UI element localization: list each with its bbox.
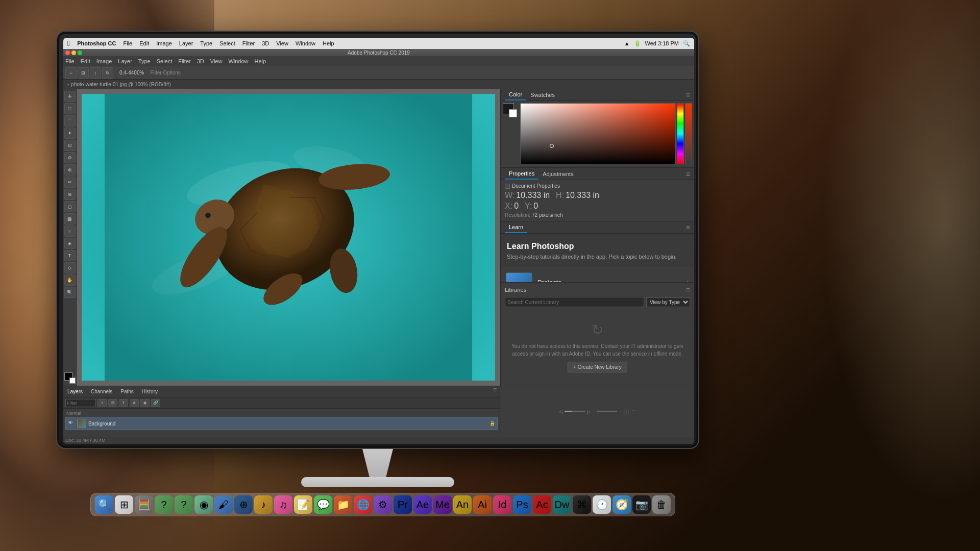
dock-browser[interactable]: 🌐 bbox=[354, 495, 372, 514]
layers-link-btn[interactable]: 🔗 bbox=[151, 399, 160, 407]
menubar-file[interactable]: File bbox=[124, 40, 133, 46]
ps-menu-type[interactable]: Type bbox=[138, 58, 151, 64]
ps-menu-filter[interactable]: Filter bbox=[178, 58, 190, 64]
grid-view-icon[interactable]: ⊞ bbox=[623, 408, 629, 416]
view-btn-3[interactable]: ↕ bbox=[90, 67, 101, 79]
dock-music[interactable]: ♪ bbox=[254, 495, 273, 514]
gradient-tool[interactable]: ▦ bbox=[64, 213, 76, 224]
shape-tool[interactable]: ◇ bbox=[64, 262, 76, 273]
layers-group-btn[interactable]: ⊞ bbox=[108, 399, 117, 407]
menubar-image[interactable]: Image bbox=[156, 40, 172, 46]
tab-properties[interactable]: Properties bbox=[505, 168, 538, 180]
learn-item-projects[interactable]: Projects › bbox=[501, 268, 694, 282]
text-tool[interactable]: T bbox=[64, 250, 76, 261]
tab-channels[interactable]: Channels bbox=[87, 386, 116, 397]
crop-tool[interactable]: ⊡ bbox=[64, 140, 76, 151]
dock-folder[interactable]: 📁 bbox=[334, 495, 352, 514]
dock-dreamweaver[interactable]: Dw bbox=[553, 495, 571, 514]
tab-color[interactable]: Color bbox=[505, 89, 526, 101]
ps-menu-select[interactable]: Select bbox=[157, 58, 173, 64]
clone-tool[interactable]: ⊗ bbox=[64, 189, 76, 200]
zoom-tool[interactable]: 🔍 bbox=[64, 287, 76, 298]
fg-bg-color-boxes[interactable] bbox=[503, 103, 517, 117]
ps-menu-help[interactable]: Help bbox=[255, 58, 266, 64]
eraser-tool[interactable]: ◻ bbox=[64, 201, 76, 212]
ps-menu-edit[interactable]: Edit bbox=[81, 58, 90, 64]
view-btn[interactable]: ↔ bbox=[65, 67, 77, 79]
color-picker-handle[interactable] bbox=[550, 144, 554, 148]
dock-terminal[interactable]: ⌘ bbox=[573, 495, 591, 514]
panel-next[interactable]: ▷ bbox=[587, 409, 591, 414]
ps-menu-3d[interactable]: 3D bbox=[197, 58, 204, 64]
color-gradient-picker[interactable] bbox=[520, 103, 676, 164]
dock-indesign[interactable]: Id bbox=[493, 495, 511, 514]
tab-adjustments[interactable]: Adjustments bbox=[538, 168, 578, 180]
background-swatch[interactable] bbox=[509, 109, 517, 117]
fullscreen-button[interactable] bbox=[78, 51, 82, 55]
libraries-search-input[interactable] bbox=[505, 297, 644, 307]
dock-finder[interactable]: 🔍 bbox=[95, 495, 113, 514]
tab-swatches[interactable]: Swatches bbox=[526, 89, 559, 101]
dock-itunes[interactable]: ♫ bbox=[274, 495, 292, 514]
dock-spotlight[interactable]: ◉ bbox=[194, 495, 213, 514]
tab-history[interactable]: History bbox=[138, 386, 162, 397]
list-view-icon[interactable]: ≡ bbox=[631, 408, 635, 416]
dock-chat[interactable]: 💬 bbox=[314, 495, 332, 514]
ps-canvas[interactable] bbox=[82, 94, 495, 381]
brush-tool[interactable]: ✏ bbox=[64, 177, 76, 188]
layer-background[interactable]: 👁 Background 🔒 bbox=[65, 417, 498, 430]
menubar-select[interactable]: Select bbox=[219, 40, 235, 46]
dock-acrobat[interactable]: Ac bbox=[533, 495, 551, 514]
layer-visibility-icon[interactable]: 👁 bbox=[68, 420, 75, 427]
dock-animate[interactable]: An bbox=[453, 495, 472, 514]
eyedropper-tool[interactable]: ⊘ bbox=[64, 152, 76, 163]
menubar-filter[interactable]: Filter bbox=[242, 40, 255, 46]
ps-menu-image[interactable]: Image bbox=[96, 58, 112, 64]
dock-connect[interactable]: ⊕ bbox=[234, 495, 253, 514]
ps-menu-file[interactable]: File bbox=[65, 58, 75, 64]
dock-brush[interactable]: 🖌 bbox=[214, 495, 233, 514]
dock-safari[interactable]: 🧭 bbox=[612, 495, 631, 514]
lasso-tool[interactable]: ⌒ bbox=[64, 115, 76, 127]
move-tool[interactable]: ✛ bbox=[64, 91, 76, 102]
dodge-tool[interactable]: ○ bbox=[64, 226, 76, 237]
learn-panel-close[interactable]: ≡ bbox=[686, 223, 690, 232]
apple-menu-icon[interactable]:  bbox=[67, 39, 70, 47]
dock-after-effects[interactable]: Ae bbox=[413, 495, 432, 514]
tab-learn[interactable]: Learn bbox=[505, 221, 527, 233]
layers-type-btn[interactable]: T bbox=[119, 399, 128, 407]
panel-close-icon[interactable]: ≡ bbox=[686, 91, 690, 99]
dock-clock[interactable]: 🕐 bbox=[593, 495, 611, 514]
menubar-type[interactable]: Type bbox=[200, 40, 212, 46]
dock-photos[interactable]: 📷 bbox=[632, 495, 651, 514]
ps-menu-view[interactable]: View bbox=[210, 58, 223, 64]
panel-prev[interactable]: ◁ bbox=[559, 409, 562, 414]
menubar-edit[interactable]: Edit bbox=[139, 40, 149, 46]
magic-wand-tool[interactable]: ✦ bbox=[64, 128, 76, 139]
view-btn-2[interactable]: ⊞ bbox=[78, 67, 89, 79]
dock-illustrator[interactable]: Ai bbox=[473, 495, 492, 514]
dock-media-encoder[interactable]: Me bbox=[433, 495, 452, 514]
create-library-button[interactable]: + Create New Library bbox=[568, 362, 627, 372]
menubar-search-icon[interactable]: 🔍 bbox=[683, 40, 690, 47]
layers-filter-input[interactable] bbox=[65, 399, 96, 407]
fg-bg-colors[interactable] bbox=[64, 372, 76, 384]
minimize-button[interactable] bbox=[71, 51, 76, 55]
dock-launchpad[interactable]: ⊞ bbox=[115, 495, 133, 514]
tab-layers[interactable]: Layers bbox=[63, 386, 87, 397]
opacity-slider[interactable] bbox=[685, 103, 692, 164]
layers-new-btn[interactable]: + bbox=[97, 399, 107, 407]
background-color[interactable] bbox=[69, 378, 76, 384]
marquee-tool[interactable]: □ bbox=[64, 103, 76, 114]
pen-tool[interactable]: ◈ bbox=[64, 238, 76, 249]
dock-more-questions[interactable]: ? bbox=[175, 495, 193, 514]
hue-slider[interactable] bbox=[677, 103, 684, 164]
layers-text-btn[interactable]: A bbox=[130, 399, 139, 407]
dock-questions[interactable]: ? bbox=[155, 495, 173, 514]
ps-canvas-area[interactable] bbox=[77, 89, 500, 386]
menubar-layer[interactable]: Layer bbox=[179, 40, 193, 46]
layers-panel-close[interactable]: ≡ bbox=[490, 386, 500, 397]
heal-tool[interactable]: ⊕ bbox=[64, 164, 76, 176]
menubar-help[interactable]: Help bbox=[323, 40, 334, 46]
layers-adj-btn[interactable]: ◈ bbox=[140, 399, 150, 407]
